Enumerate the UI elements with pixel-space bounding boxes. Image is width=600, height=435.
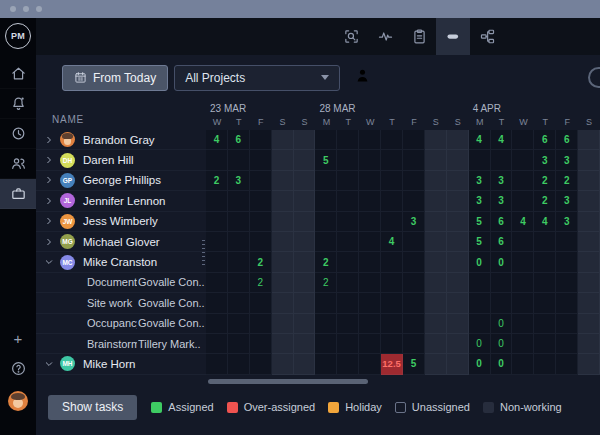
hours-cell[interactable]: [469, 293, 491, 313]
hours-cell[interactable]: [425, 171, 447, 191]
hours-cell[interactable]: [381, 334, 403, 354]
hours-cell[interactable]: 3: [403, 212, 425, 232]
hours-cell[interactable]: [381, 273, 403, 293]
hours-cell[interactable]: 6: [228, 130, 250, 150]
hours-cell[interactable]: 3: [556, 150, 578, 170]
hours-cell[interactable]: 2: [534, 191, 556, 211]
hours-cell[interactable]: [250, 212, 272, 232]
hours-cell[interactable]: [228, 212, 250, 232]
hours-cell[interactable]: [381, 314, 403, 334]
hours-cell[interactable]: [469, 314, 491, 334]
chevron-right-icon[interactable]: [44, 237, 54, 247]
hours-cell[interactable]: 4: [491, 130, 513, 150]
hours-cell[interactable]: [315, 314, 337, 334]
hours-cell[interactable]: [534, 293, 556, 313]
hours-cell[interactable]: [491, 150, 513, 170]
hours-cell[interactable]: 2: [206, 171, 228, 191]
view-icon-activity[interactable]: [368, 18, 402, 55]
hours-cell[interactable]: 2: [250, 273, 272, 293]
hours-cell[interactable]: [359, 232, 381, 252]
edge-circle-button[interactable]: [588, 67, 600, 88]
hours-cell[interactable]: [337, 150, 359, 170]
hours-cell[interactable]: [228, 314, 250, 334]
hours-cell[interactable]: [337, 354, 359, 374]
hours-cell[interactable]: [447, 191, 469, 211]
hours-cell[interactable]: 12.5: [381, 354, 403, 374]
hours-cell[interactable]: 4: [534, 212, 556, 232]
hours-cell[interactable]: [491, 293, 513, 313]
hours-cell[interactable]: [403, 293, 425, 313]
hours-cell[interactable]: [534, 354, 556, 374]
person-row[interactable]: MCMike Cranston: [36, 252, 206, 272]
hours-cell[interactable]: 0: [491, 252, 513, 272]
hours-cell[interactable]: 3: [491, 171, 513, 191]
hours-cell[interactable]: [381, 130, 403, 150]
person-row[interactable]: GPGeorge Phillips: [36, 171, 206, 191]
task-row[interactable]: Documents ...Govalle Con..: [36, 273, 206, 293]
hours-cell[interactable]: [447, 273, 469, 293]
hours-cell[interactable]: [337, 232, 359, 252]
hours-cell[interactable]: [556, 252, 578, 272]
hours-cell[interactable]: [228, 293, 250, 313]
person-row[interactable]: MHMike Horn: [36, 354, 206, 374]
hours-cell[interactable]: [228, 232, 250, 252]
hours-cell[interactable]: [491, 273, 513, 293]
chevron-down-icon[interactable]: [44, 359, 54, 369]
hours-cell[interactable]: [425, 273, 447, 293]
hours-cell[interactable]: [250, 314, 272, 334]
hours-cell[interactable]: [315, 191, 337, 211]
hours-cell[interactable]: [403, 191, 425, 211]
hours-cell[interactable]: [228, 334, 250, 354]
hours-cell[interactable]: [337, 130, 359, 150]
hours-cell[interactable]: [578, 150, 600, 170]
hours-cell[interactable]: [272, 293, 294, 313]
hours-cell[interactable]: 6: [491, 232, 513, 252]
hours-cell[interactable]: 3: [228, 171, 250, 191]
window-control-dot[interactable]: [23, 6, 29, 12]
hours-cell[interactable]: [206, 252, 228, 272]
hours-cell[interactable]: [359, 354, 381, 374]
hours-cell[interactable]: [447, 130, 469, 150]
hours-cell[interactable]: 5: [469, 232, 491, 252]
hours-cell[interactable]: [578, 212, 600, 232]
chevron-right-icon[interactable]: [44, 135, 54, 145]
task-row[interactable]: Site workGovalle Con..: [36, 293, 206, 313]
hours-cell[interactable]: [337, 212, 359, 232]
hours-cell[interactable]: [425, 191, 447, 211]
hours-cell[interactable]: [250, 293, 272, 313]
hours-cell[interactable]: [294, 334, 316, 354]
sidebar-item-home[interactable]: [0, 59, 36, 89]
chevron-right-icon[interactable]: [44, 216, 54, 226]
sidebar-user-avatar[interactable]: [8, 391, 28, 411]
hours-cell[interactable]: [578, 293, 600, 313]
hours-cell[interactable]: [534, 273, 556, 293]
hours-cell[interactable]: 2: [556, 171, 578, 191]
sidebar-item-team[interactable]: [0, 149, 36, 179]
hours-cell[interactable]: 5: [315, 150, 337, 170]
hours-cell[interactable]: [403, 130, 425, 150]
hours-cell[interactable]: [228, 354, 250, 374]
from-today-button[interactable]: From Today: [62, 65, 168, 91]
view-icon-workload-bar[interactable]: [436, 18, 470, 55]
hours-cell[interactable]: [512, 252, 534, 272]
hours-cell[interactable]: 4: [512, 212, 534, 232]
panel-resize-handle[interactable]: [202, 240, 205, 268]
hours-cell[interactable]: 4: [381, 232, 403, 252]
hours-cell[interactable]: 2: [250, 252, 272, 272]
hours-cell[interactable]: [403, 314, 425, 334]
hours-cell[interactable]: [512, 273, 534, 293]
hours-cell[interactable]: [381, 150, 403, 170]
hours-cell[interactable]: 0: [491, 334, 513, 354]
hours-cell[interactable]: [228, 191, 250, 211]
person-filter-icon[interactable]: [353, 66, 372, 89]
hours-cell[interactable]: [403, 334, 425, 354]
hours-cell[interactable]: [206, 212, 228, 232]
hours-cell[interactable]: [447, 252, 469, 272]
hours-cell[interactable]: [425, 354, 447, 374]
window-control-dot[interactable]: [10, 6, 16, 12]
hours-cell[interactable]: [250, 171, 272, 191]
hours-cell[interactable]: [228, 252, 250, 272]
sidebar-item-workload[interactable]: [0, 179, 36, 209]
hours-cell[interactable]: [534, 252, 556, 272]
hours-cell[interactable]: [250, 191, 272, 211]
